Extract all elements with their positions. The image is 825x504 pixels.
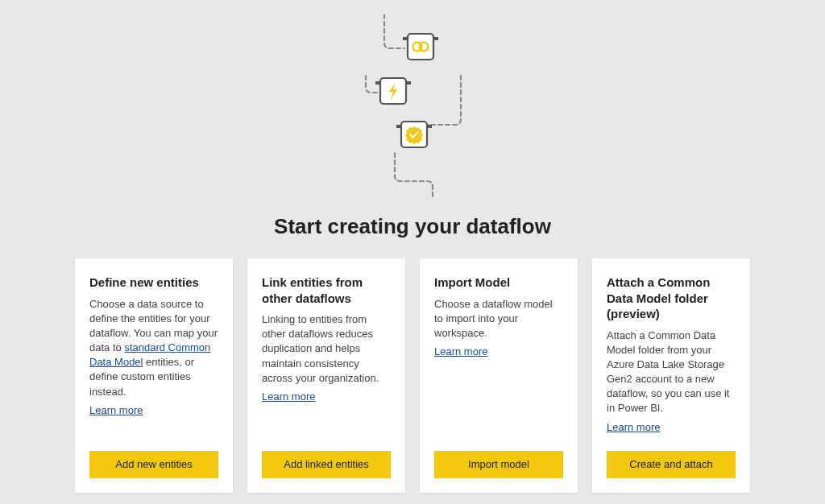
card-attach-cdm: Attach a Common Data Model folder (previ… — [592, 258, 750, 493]
link-icon — [403, 34, 438, 60]
card-link-entities: Link entities from other dataflows Linki… — [247, 258, 405, 493]
learn-more-link[interactable]: Learn more — [89, 404, 218, 426]
card-description: Choose a data source to define the entit… — [89, 297, 218, 399]
cards-row: Define new entities Choose a data source… — [0, 258, 825, 493]
create-and-attach-button[interactable]: Create and attach — [607, 451, 736, 478]
hero-illustration — [332, 14, 493, 200]
learn-more-link[interactable]: Learn more — [434, 345, 563, 367]
card-description: Attach a Common Data Model folder from y… — [607, 328, 736, 416]
card-description: Linking to entities from other dataflows… — [262, 312, 391, 386]
learn-more-link[interactable]: Learn more — [607, 421, 736, 443]
card-title: Link entities from other dataflows — [262, 275, 391, 306]
check-badge-icon — [396, 122, 432, 147]
card-define-entities: Define new entities Choose a data source… — [75, 258, 233, 493]
add-new-entities-button[interactable]: Add new entities — [89, 451, 218, 478]
import-model-button[interactable]: Import model — [434, 451, 563, 478]
card-title: Import Model — [434, 275, 563, 291]
card-import-model: Import Model Choose a dataflow model to … — [420, 258, 578, 493]
card-title: Attach a Common Data Model folder (previ… — [607, 275, 736, 322]
dataflow-start-page: Start creating your dataflow Define new … — [0, 0, 825, 504]
card-description: Choose a dataflow model to import into y… — [434, 297, 563, 341]
card-title: Define new entities — [89, 275, 218, 291]
bolt-icon — [375, 78, 411, 104]
learn-more-link[interactable]: Learn more — [262, 390, 391, 412]
svg-rect-2 — [408, 34, 433, 60]
page-title: Start creating your dataflow — [274, 214, 551, 239]
add-linked-entities-button[interactable]: Add linked entities — [262, 451, 391, 478]
